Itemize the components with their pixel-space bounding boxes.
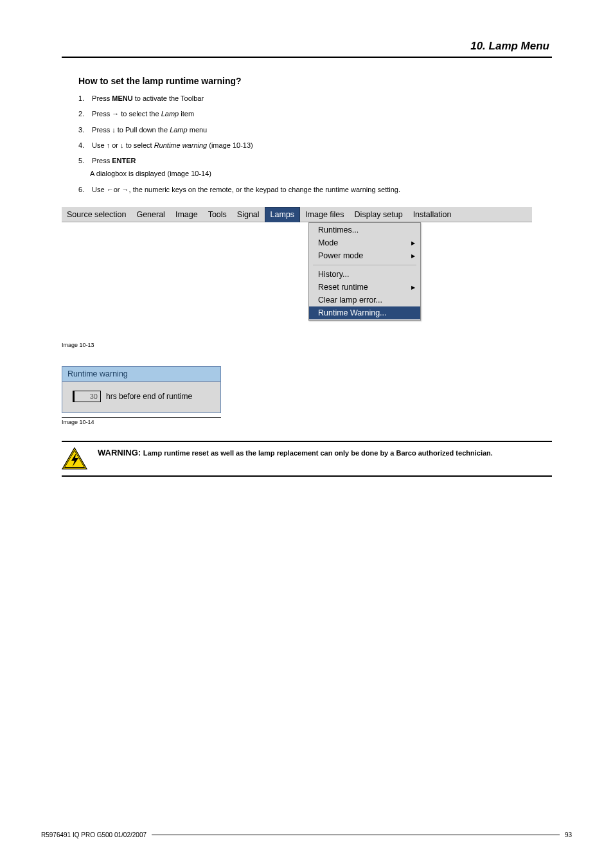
dropdown-power-mode[interactable]: Power mode ▶ [309, 249, 420, 262]
menu-source-selection[interactable]: Source selection [62, 207, 131, 222]
dropdown-clear-lamp-error[interactable]: Clear lamp error... [309, 294, 420, 306]
step-2: 2. Press → to select the Lamp item [78, 109, 552, 118]
dropdown-item-label: Power mode [318, 251, 363, 260]
warning-lead: WARNING: [98, 448, 143, 457]
dropdown-item-label: History... [318, 270, 349, 279]
steps-list: 1. Press MENU to activate the Toolbar 2.… [78, 94, 552, 194]
dropdown-runtimes[interactable]: Runtimes... [309, 224, 420, 236]
menu-bar: Source selection General Image Tools Sig… [62, 207, 532, 222]
step-6: 6. Use ←or →, the numeric keys on the re… [78, 185, 552, 194]
step-number: 1. [78, 94, 90, 103]
dropdown-item-label: Reset runtime [318, 283, 368, 292]
step-number: 4. [78, 141, 90, 150]
figure-10-14: Runtime warning 30 hrs before end of run… [62, 366, 221, 413]
menu-display-setup[interactable]: Display setup [350, 207, 408, 222]
step-text: Press MENU to activate the Toolbar [92, 94, 204, 102]
menu-general[interactable]: General [131, 207, 170, 222]
step-text: Use ↑ or ↓ to select Runtime warning (im… [92, 141, 253, 149]
footer-rule [152, 835, 560, 835]
dropdown-runtime-warning[interactable]: Runtime Warning... [309, 306, 420, 319]
figure-caption-10-13: Image 10-13 [62, 342, 552, 348]
dropdown-mode[interactable]: Mode ▶ [309, 236, 420, 249]
figure-10-13: Source selection General Image Tools Sig… [62, 207, 532, 338]
menu-tools[interactable]: Tools [203, 207, 232, 222]
step-1: 1. Press MENU to activate the Toolbar [78, 94, 552, 103]
menu-signal[interactable]: Signal [232, 207, 265, 222]
step-text: Press ENTER [92, 157, 136, 164]
submenu-arrow-icon: ▶ [411, 240, 415, 246]
section-heading: How to set the lamp runtime warning? [78, 76, 552, 86]
footer-page-number: 93 [565, 831, 572, 838]
dropdown-reset-runtime[interactable]: Reset runtime ▶ [309, 281, 420, 294]
warning-body: Lamp runtime reset as well as the lamp r… [143, 449, 493, 457]
step-number: 5. [78, 156, 90, 165]
step-subtext: A dialogbox is displayed (image 10-14) [90, 169, 552, 178]
figure-caption-10-14: Image 10-14 [62, 417, 221, 425]
chapter-title: 10. Lamp Menu [62, 40, 552, 53]
dropdown-item-label: Clear lamp error... [318, 296, 382, 305]
step-number: 2. [78, 109, 90, 118]
step-text: Press ↓ to Pull down the Lamp menu [92, 126, 207, 134]
menu-image[interactable]: Image [170, 207, 203, 222]
hours-input[interactable]: 30 [73, 391, 101, 402]
menu-installation[interactable]: Installation [408, 207, 457, 222]
step-number: 3. [78, 125, 90, 134]
dialog-title: Runtime warning [62, 367, 220, 382]
submenu-arrow-icon: ▶ [411, 253, 415, 259]
step-5: 5. Press ENTER A dialogbox is displayed … [78, 156, 552, 179]
menu-lamps[interactable]: Lamps [265, 207, 301, 222]
hours-label: hrs before end of runtime [106, 392, 192, 401]
dropdown-item-label: Runtime Warning... [318, 308, 387, 317]
submenu-arrow-icon: ▶ [411, 285, 415, 290]
warning-text: WARNING: Lamp runtime reset as well as t… [98, 447, 552, 459]
lamps-dropdown: Runtimes... Mode ▶ Power mode ▶ History.… [308, 222, 421, 321]
dropdown-separator [313, 265, 416, 265]
warning-lightning-icon [62, 447, 87, 470]
step-4: 4. Use ↑ or ↓ to select Runtime warning … [78, 141, 552, 150]
dropdown-history[interactable]: History... [309, 268, 420, 281]
page-footer: R5976491 IQ PRO G500 01/02/2007 93 [41, 831, 572, 838]
warning-block: WARNING: Lamp runtime reset as well as t… [62, 441, 552, 477]
dropdown-item-label: Runtimes... [318, 226, 359, 235]
footer-left: R5976491 IQ PRO G500 01/02/2007 [41, 831, 147, 838]
step-text: Press → to select the Lamp item [92, 110, 194, 118]
step-number: 6. [78, 185, 90, 194]
dropdown-item-label: Mode [318, 238, 338, 247]
page-header: 10. Lamp Menu [62, 40, 552, 58]
menu-image-files[interactable]: Image files [300, 207, 349, 222]
step-text: Use ←or →, the numeric keys on the remot… [92, 186, 400, 193]
runtime-warning-dialog: Runtime warning 30 hrs before end of run… [62, 366, 221, 413]
step-3: 3. Press ↓ to Pull down the Lamp menu [78, 125, 552, 134]
